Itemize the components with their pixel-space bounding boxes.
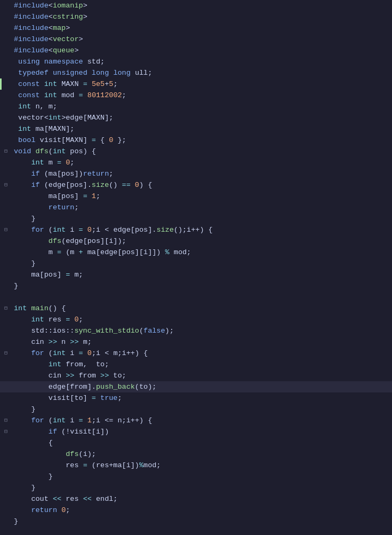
line-content-3: #include<map> <box>12 22 392 34</box>
fold-gutter-14[interactable]: ⊟ <box>0 146 12 157</box>
line-content-25: ma[pos] = m; <box>12 269 392 280</box>
code-line-21: ⊟ for (int i = 0;i < edge[pos].size();i+… <box>0 224 392 235</box>
code-line-37: } <box>0 404 392 415</box>
code-line-30: std::ios::sync_with_stdio(false); <box>0 325 392 336</box>
code-line-4: #include<vector> <box>0 34 392 45</box>
line-content-10: int n, m; <box>12 101 392 112</box>
code-line-3: #include<map> <box>0 22 392 34</box>
line-content-45: cout << res << endl; <box>12 493 392 505</box>
code-line-25: ma[pos] = m; <box>0 269 392 280</box>
code-line-31: cin >> n >> m; <box>0 336 392 348</box>
code-line-39: ⊟ if (!visit[i]) <box>0 426 392 437</box>
code-line-46: return 0; <box>0 505 392 516</box>
code-line-15: int m = 0; <box>0 157 392 168</box>
code-line-14: ⊟ void dfs(int pos) { <box>0 146 392 157</box>
code-line-24: } <box>0 258 392 269</box>
code-line-36: visit[to] = true; <box>0 392 392 404</box>
line-content-47: } <box>12 516 392 527</box>
line-content-14: void dfs(int pos) { <box>12 146 392 157</box>
code-line-9: const int mod = 80112002; <box>0 90 392 101</box>
line-content-30: std::ios::sync_with_stdio(false); <box>12 325 392 336</box>
code-line-43: } <box>0 471 392 482</box>
line-content-16: if (ma[pos])return; <box>12 168 392 179</box>
line-content-32: for (int i = 0;i < m;i++) { <box>12 348 392 359</box>
code-line-8: const int MAXN = 5e5+5; <box>0 78 392 90</box>
code-line-45: cout << res << endl; <box>0 493 392 505</box>
code-line-17: ⊟ if (edge[pos].size() == 0) { <box>0 179 392 191</box>
code-line-32: ⊟ for (int i = 0;i < m;i++) { <box>0 348 392 359</box>
line-content-5: #include<queue> <box>12 45 392 56</box>
code-line-33: int from, to; <box>0 359 392 370</box>
line-content-17: if (edge[pos].size() == 0) { <box>12 179 392 191</box>
line-content-8: const int MAXN = 5e5+5; <box>12 78 392 90</box>
line-content-19: return; <box>12 202 392 213</box>
fold-gutter-32[interactable]: ⊟ <box>0 348 12 359</box>
line-content-11: vector<int>edge[MAXN]; <box>12 112 392 123</box>
code-line-26: } <box>0 280 392 292</box>
line-content-26: } <box>12 280 392 292</box>
code-line-35: edge[from].push_back(to); <box>0 381 392 392</box>
code-line-27 <box>0 292 392 303</box>
line-content-36: visit[to] = true; <box>12 392 392 404</box>
line-content-33: int from, to; <box>12 359 392 370</box>
line-content-9: const int mod = 80112002; <box>12 90 392 101</box>
code-line-19: return; <box>0 202 392 213</box>
code-line-12: int ma[MAXN]; <box>0 123 392 135</box>
line-content-23: m = (m + ma[edge[pos][i]]) % mod; <box>12 247 392 258</box>
code-line-44: } <box>0 482 392 493</box>
line-content-13: bool visit[MAXN] = { 0 }; <box>12 135 392 146</box>
code-line-47: } <box>0 516 392 527</box>
code-line-13: bool visit[MAXN] = { 0 }; <box>0 135 392 146</box>
code-line-40: { <box>0 437 392 449</box>
code-line-28: ⊟ int main() { <box>0 303 392 314</box>
fold-gutter-38[interactable]: ⊟ <box>0 415 12 426</box>
fold-gutter-17[interactable]: ⊟ <box>0 179 12 191</box>
line-content-34: cin >> from >> to; <box>12 370 392 381</box>
line-content-42: res = (res+ma[i])%mod; <box>12 460 392 471</box>
line-content-29: int res = 0; <box>12 314 392 325</box>
code-line-29: int res = 0; <box>0 314 392 325</box>
line-content-18: ma[pos] = 1; <box>12 191 392 202</box>
code-line-7: typedef unsigned long long ull; <box>0 67 392 78</box>
line-content-31: cin >> n >> m; <box>12 336 392 348</box>
fold-gutter-21[interactable]: ⊟ <box>0 224 12 235</box>
code-line-23: m = (m + ma[edge[pos][i]]) % mod; <box>0 247 392 258</box>
left-bar-8 <box>0 78 2 90</box>
line-content-15: int m = 0; <box>12 157 392 168</box>
line-content-2: #include<cstring> <box>12 11 392 22</box>
line-content-7: typedef unsigned long long ull; <box>12 67 392 78</box>
code-line-18: ma[pos] = 1; <box>0 191 392 202</box>
line-content-24: } <box>12 258 392 269</box>
line-content-21: for (int i = 0;i < edge[pos].size();i++)… <box>12 224 392 235</box>
line-content-4: #include<vector> <box>12 34 392 45</box>
line-content-39: if (!visit[i]) <box>12 426 392 437</box>
line-content-46: return 0; <box>12 505 392 516</box>
line-content-20: } <box>12 213 392 224</box>
code-line-2: #include<cstring> <box>0 11 392 22</box>
line-content-22: dfs(edge[pos][i]); <box>12 235 392 247</box>
code-line-1: #include<iomanip> <box>0 0 392 11</box>
code-line-5: #include<queue> <box>0 45 392 56</box>
fold-gutter-39[interactable]: ⊟ <box>0 426 12 437</box>
code-line-41: dfs(i); <box>0 449 392 460</box>
line-content-12: int ma[MAXN]; <box>12 123 392 135</box>
line-content-40: { <box>12 437 392 449</box>
line-content-38: for (int i = 1;i <= n;i++) { <box>12 415 392 426</box>
code-line-6: using namespace std; <box>0 56 392 67</box>
code-line-38: ⊟ for (int i = 1;i <= n;i++) { <box>0 415 392 426</box>
fold-gutter-28[interactable]: ⊟ <box>0 303 12 314</box>
line-content-43: } <box>12 471 392 482</box>
code-line-10: int n, m; <box>0 101 392 112</box>
code-line-11: vector<int>edge[MAXN]; <box>0 112 392 123</box>
code-editor[interactable]: #include<iomanip> #include<cstring> #inc… <box>0 0 392 535</box>
code-line-16: if (ma[pos])return; <box>0 168 392 179</box>
line-content-37: } <box>12 404 392 415</box>
line-content-41: dfs(i); <box>12 449 392 460</box>
code-line-42: res = (res+ma[i])%mod; <box>0 460 392 471</box>
line-content-28: int main() { <box>12 303 392 314</box>
line-content-35: edge[from].push_back(to); <box>12 381 392 392</box>
line-content-1: #include<iomanip> <box>12 0 392 11</box>
line-content-44: } <box>12 482 392 493</box>
code-line-20: } <box>0 213 392 224</box>
code-line-34: cin >> from >> to; <box>0 370 392 381</box>
